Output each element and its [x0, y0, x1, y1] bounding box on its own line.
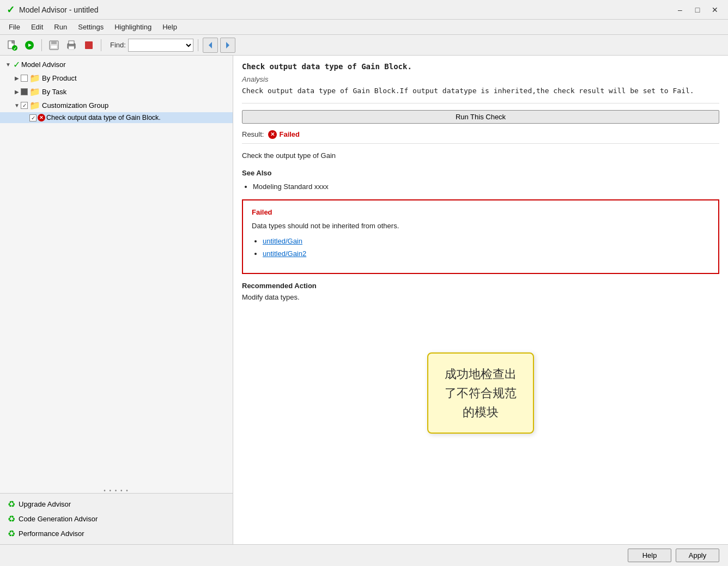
toolbar-separator-3: [198, 39, 198, 51]
tree-node-by-product[interactable]: ▶ 📁 By Product: [0, 71, 233, 85]
menu-help[interactable]: Help: [158, 22, 181, 32]
by-task-checkbox[interactable]: [21, 88, 28, 95]
recommended-text: Modify data types.: [242, 292, 719, 303]
performance-advisor-button[interactable]: ♻ Performance Advisor: [4, 526, 228, 541]
maximize-button[interactable]: □: [691, 3, 704, 16]
svg-rect-10: [69, 41, 74, 44]
print-icon: [66, 40, 77, 51]
bottom-panel: ♻ Upgrade Advisor ♻ Code Generation Advi…: [0, 493, 233, 544]
folder-icon-customization: 📁: [29, 100, 40, 111]
new-icon: ✓: [7, 40, 17, 51]
nav-back-button[interactable]: [203, 38, 218, 53]
menu-highlighting[interactable]: Highlighting: [110, 22, 156, 32]
by-task-chevron: ▶: [13, 88, 21, 96]
menu-bar: File Edit Run Settings Highlighting Help: [0, 20, 728, 35]
by-product-chevron: ▶: [13, 75, 21, 82]
tree-area: ▼ ✓ Model Advisor ▶ 📁 By Product ▶ 📁 By …: [0, 56, 233, 488]
svg-rect-7: [51, 41, 57, 44]
customization-chevron: ▼: [13, 102, 21, 109]
check-gain-checkbox[interactable]: ✓: [29, 114, 37, 121]
help-button[interactable]: Help: [628, 549, 671, 562]
svg-rect-12: [85, 41, 93, 49]
main-container: ▼ ✓ Model Advisor ▶ 📁 By Product ▶ 📁 By …: [0, 56, 728, 544]
see-also-label: See Also: [242, 168, 719, 179]
analysis-label: Analysis: [242, 75, 719, 83]
perf-icon: ♻: [8, 528, 15, 539]
failed-links-list: untitled/Gain untitled/Gain2: [263, 236, 709, 260]
find-input[interactable]: [128, 39, 193, 52]
tree-node-by-task[interactable]: ▶ 📁 By Task: [0, 85, 233, 99]
root-chevron: ▼: [4, 61, 12, 69]
minimize-button[interactable]: –: [674, 3, 687, 16]
code-gen-icon: ♻: [8, 514, 15, 524]
upgrade-advisor-button[interactable]: ♻ Upgrade Advisor: [4, 497, 228, 512]
by-product-checkbox[interactable]: [21, 75, 28, 82]
find-label: Find:: [110, 41, 126, 49]
run-button[interactable]: [22, 38, 37, 53]
svg-rect-1: [12, 41, 14, 43]
title-bar-left: ✓ Model Advisor - untitled: [7, 4, 99, 16]
back-arrow-icon: [205, 40, 215, 50]
customization-checkbox[interactable]: ✓: [21, 102, 28, 109]
save-button[interactable]: [46, 38, 62, 53]
window-title: Model Advisor - untitled: [19, 5, 99, 14]
folder-icon-by-product: 📁: [29, 73, 40, 83]
result-failed-icon: ✕: [268, 130, 277, 139]
upgrade-advisor-icon: ♻: [8, 499, 15, 509]
chinese-tooltip: 成功地检查出了不符合规范的模块: [427, 352, 534, 434]
recommended-section: Recommended Action Modify data types.: [242, 281, 719, 303]
menu-edit[interactable]: Edit: [27, 22, 47, 32]
svg-rect-8: [51, 45, 57, 48]
upgrade-advisor-label: Upgrade Advisor: [19, 500, 71, 508]
close-button[interactable]: ✕: [708, 3, 721, 16]
run-this-check-button[interactable]: Run This Check: [242, 110, 719, 124]
menu-run[interactable]: Run: [50, 22, 71, 32]
see-also-list: Modeling Standard xxxx: [253, 181, 719, 193]
status-bar: Help Apply: [0, 544, 728, 566]
toolbar-separator-2: [101, 39, 101, 51]
result-row: Result: ✕ Failed: [242, 130, 719, 144]
by-task-label: By Task: [42, 88, 66, 96]
failed-box-description: Data types should not be inherited from …: [252, 221, 709, 232]
failed-link-0[interactable]: untitled/Gain: [263, 237, 302, 245]
play-icon: [24, 40, 35, 51]
svg-marker-13: [209, 42, 212, 48]
svg-rect-11: [69, 46, 74, 50]
tree-node-check-gain[interactable]: ▶ ✓ ✕ Check output data type of Gain Blo…: [0, 112, 233, 123]
error-badge-check-gain: ✕: [38, 114, 45, 121]
customization-label: Customization Group: [42, 101, 108, 109]
chinese-tooltip-container: 成功地检查出了不符合规范的模块: [242, 331, 719, 434]
splitter[interactable]: • • • • •: [0, 488, 233, 493]
save-icon: [48, 40, 59, 51]
print-button[interactable]: [64, 38, 79, 53]
menu-settings[interactable]: Settings: [74, 22, 108, 32]
tree-root[interactable]: ▼ ✓ Model Advisor: [0, 58, 233, 71]
tree-node-customization[interactable]: ▼ ✓ 📁 Customization Group: [0, 99, 233, 112]
new-button[interactable]: ✓: [4, 38, 20, 53]
tree-root-label: Model Advisor: [21, 60, 66, 69]
app-icon: ✓: [7, 4, 15, 16]
check-gain-label: Check output data type of Gain Block.: [46, 114, 161, 121]
result-label: Result:: [242, 130, 264, 138]
stop-icon: [83, 40, 94, 51]
nav-forward-button[interactable]: [220, 38, 235, 53]
failed-link-1[interactable]: untitled/Gain2: [263, 249, 306, 258]
menu-file[interactable]: File: [4, 22, 25, 32]
by-product-label: By Product: [42, 74, 77, 82]
title-controls: – □ ✕: [674, 3, 721, 16]
failed-box-title: Failed: [252, 207, 709, 218]
code-gen-label: Code Generation Advisor: [19, 515, 98, 523]
perf-label: Performance Advisor: [19, 530, 84, 538]
result-failed-text: Failed: [279, 130, 300, 138]
recommended-title: Recommended Action: [242, 281, 719, 292]
see-also-item-0: Modeling Standard xxxx: [253, 181, 719, 193]
result-status: ✕ Failed: [268, 130, 300, 139]
code-generation-advisor-button[interactable]: ♻ Code Generation Advisor: [4, 512, 228, 526]
root-icon: ✓: [13, 59, 20, 70]
title-bar: ✓ Model Advisor - untitled – □ ✕: [0, 0, 728, 20]
analysis-text: Check output data type of Gain Block.If …: [242, 86, 719, 104]
forward-arrow-icon: [223, 40, 233, 50]
apply-button[interactable]: Apply: [676, 549, 719, 562]
stop-button[interactable]: [81, 38, 96, 53]
right-panel: Check output data type of Gain Block. An…: [233, 56, 728, 544]
